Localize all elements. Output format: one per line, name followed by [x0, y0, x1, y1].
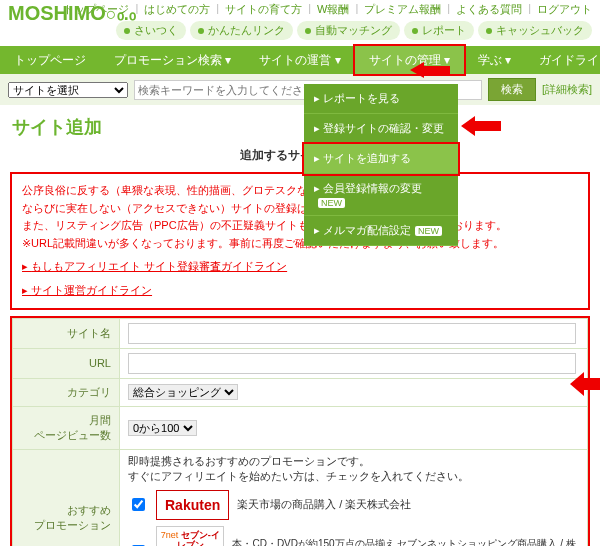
detail-search-link[interactable]: [詳細検索] — [542, 82, 592, 97]
top-link[interactable]: はじめての方 — [144, 2, 210, 17]
dd-mail[interactable]: ▸ メルマガ配信設定NEW — [304, 216, 458, 246]
nav-promo[interactable]: プロモーション検索 ▾ — [100, 46, 245, 74]
rakuten-logo: Rakuten — [156, 490, 229, 520]
ql[interactable]: レポート — [404, 21, 474, 40]
reco-note: すぐにアフィリエイトを始めたい方は、チェックを入れてください。 — [128, 469, 579, 484]
input-site-name[interactable] — [128, 323, 576, 344]
page-title: サイト追加 — [12, 115, 588, 139]
chk-rakuten[interactable] — [132, 498, 145, 511]
ql[interactable]: かんたんリンク — [190, 21, 293, 40]
svg-marker-1 — [461, 116, 501, 136]
label-url: URL — [13, 348, 120, 378]
nav-top[interactable]: トップページ — [0, 46, 100, 74]
top-link[interactable]: プレミアム報酬 — [364, 2, 441, 17]
arrow-icon — [410, 62, 450, 78]
form-outline: サイト名 URL カテゴリ 総合ショッピング 月間 ページビュー数 0から100… — [10, 316, 590, 546]
top-link[interactable]: よくある質問 — [456, 2, 522, 17]
dd-report[interactable]: ▸ レポートを見る — [304, 84, 458, 114]
svg-marker-2 — [570, 372, 600, 396]
logo: MOSHIMO○₀.₀ — [8, 2, 136, 25]
guideline-link[interactable]: ▸ もしもアフィリエイト サイト登録審査ガイドライン — [22, 258, 578, 276]
site-select[interactable]: サイトを選択 — [8, 82, 128, 98]
ql[interactable]: 自動マッチング — [297, 21, 400, 40]
rakuten-desc: 楽天市場の商品購入 / 楽天株式会社 — [237, 497, 411, 512]
dd-member[interactable]: ▸ 会員登録情報の変更NEW — [304, 174, 458, 216]
seven-logo: 7net セブン-イレブン 受取りなら 送料無料 — [156, 526, 224, 546]
search-row: サイトを選択 検索 [詳細検索] — [0, 74, 600, 105]
dd-confirm[interactable]: ▸ 登録サイトの確認・変更 — [304, 114, 458, 144]
site-form: サイト名 URL カテゴリ 総合ショッピング 月間 ページビュー数 0から100… — [12, 318, 588, 546]
ql[interactable]: キャッシュバック — [478, 21, 592, 40]
dd-add-site[interactable]: ▸ サイトを追加する — [304, 144, 458, 174]
svg-marker-0 — [410, 62, 450, 78]
label-pv: 月間 ページビュー数 — [13, 406, 120, 449]
sub-heading: 追加するサイトの情報 — [0, 143, 600, 168]
logout-link[interactable]: ログアウト — [537, 2, 592, 17]
label-recommend: おすすめ プロモーション — [13, 449, 120, 546]
seven-desc: 本・CD・DVDが約150万点の品揃え セブンネットショッピング商品購入 / 株… — [232, 537, 579, 546]
main-nav: トップページ プロモーション検索 ▾ サイトの運営 ▾ サイトの管理 ▾ 学ぶ … — [0, 46, 600, 74]
arrow-icon — [570, 372, 600, 396]
top-link[interactable]: サイトの育て方 — [225, 2, 302, 17]
nav-learn[interactable]: 学ぶ ▾ — [464, 46, 525, 74]
nav-operate[interactable]: サイトの運営 ▾ — [245, 46, 354, 74]
label-category: カテゴリ — [13, 378, 120, 406]
nav-guideline[interactable]: ガイドライン ▾ — [525, 46, 600, 74]
search-button[interactable]: 検索 — [488, 78, 536, 101]
label-site-name: サイト名 — [13, 318, 120, 348]
select-pv[interactable]: 0から100 — [128, 420, 197, 436]
input-url[interactable] — [128, 353, 576, 374]
guideline-link[interactable]: ▸ サイト運営ガイドライン — [22, 282, 578, 300]
top-link[interactable]: W報酬 — [317, 2, 349, 17]
warning-box: 公序良俗に反する（卑猥な表現、性的描画、グロテスクな表現などを含む）サイト、 な… — [10, 172, 590, 310]
reco-note: 即時提携されるおすすめのプロモーションです。 — [128, 454, 579, 469]
select-category[interactable]: 総合ショッピング — [128, 384, 238, 400]
dropdown-menu: ▸ レポートを見る ▸ 登録サイトの確認・変更 ▸ サイトを追加する ▸ 会員登… — [304, 84, 458, 246]
arrow-icon — [461, 116, 501, 136]
